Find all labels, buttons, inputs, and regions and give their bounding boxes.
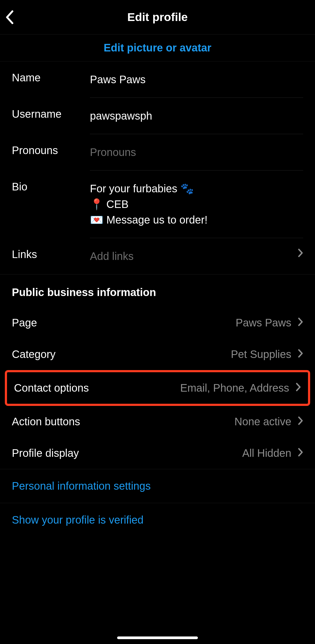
username-label: Username (12, 98, 90, 130)
show-verified-link[interactable]: Show your profile is verified (0, 503, 315, 537)
username-value: pawspawsph (90, 108, 303, 124)
profile-display-label: Profile display (12, 447, 79, 459)
chevron-right-icon (298, 317, 303, 329)
contact-options-label: Contact options (14, 382, 89, 394)
back-button[interactable] (5, 0, 26, 34)
category-row[interactable]: Category Pet Supplies (0, 339, 315, 370)
personal-info-settings-link[interactable]: Personal information settings (0, 469, 315, 503)
edit-picture-link[interactable]: Edit picture or avatar (0, 34, 315, 61)
business-section: Public business information Page Paws Pa… (0, 274, 315, 469)
category-value: Pet Supplies (231, 348, 298, 360)
action-buttons-row[interactable]: Action buttons None active (0, 406, 315, 437)
bio-row[interactable]: Bio For your furbabies 🐾 📍 CEB 💌 Message… (0, 170, 315, 238)
page-label: Page (12, 317, 37, 329)
chevron-right-icon (296, 382, 301, 394)
page-title: Edit profile (127, 11, 188, 24)
bio-value: For your furbabies 🐾 📍 CEB 💌 Message us … (90, 181, 303, 228)
edit-picture-label: Edit picture or avatar (104, 42, 211, 54)
profile-form: Name Paws Paws Username pawspawsph Prono… (0, 61, 315, 274)
home-indicator[interactable] (117, 636, 198, 639)
contact-options-value: Email, Phone, Address (180, 382, 296, 394)
business-heading: Public business information (0, 274, 315, 307)
links-label: Links (12, 238, 90, 271)
profile-display-value: All Hidden (242, 447, 298, 459)
bio-label: Bio (12, 170, 90, 203)
category-label: Category (12, 348, 55, 360)
name-value: Paws Paws (90, 72, 303, 87)
name-label: Name (12, 61, 90, 94)
show-verified-label: Show your profile is verified (12, 514, 144, 526)
username-row[interactable]: Username pawspawsph (0, 98, 315, 134)
action-buttons-value: None active (234, 416, 298, 428)
page-row[interactable]: Page Paws Paws (0, 307, 315, 339)
chevron-right-icon (298, 348, 303, 360)
chevron-right-icon (298, 416, 303, 428)
contact-options-row[interactable]: Contact options Email, Phone, Address (7, 372, 308, 404)
chevron-right-icon (298, 447, 303, 459)
pronouns-row[interactable]: Pronouns Pronouns (0, 134, 315, 170)
header: Edit profile (0, 0, 315, 34)
links-row[interactable]: Links Add links (0, 238, 315, 274)
chevron-left-icon (5, 10, 14, 25)
chevron-right-icon (292, 248, 303, 257)
profile-display-row[interactable]: Profile display All Hidden (0, 437, 315, 469)
links-placeholder: Add links (90, 248, 292, 264)
pronouns-placeholder: Pronouns (90, 144, 303, 160)
action-buttons-label: Action buttons (12, 416, 80, 428)
page-value: Paws Paws (236, 317, 298, 329)
contact-options-highlight: Contact options Email, Phone, Address (5, 370, 310, 406)
name-row[interactable]: Name Paws Paws (0, 61, 315, 98)
pronouns-label: Pronouns (12, 134, 90, 167)
personal-info-settings-label: Personal information settings (12, 480, 151, 492)
